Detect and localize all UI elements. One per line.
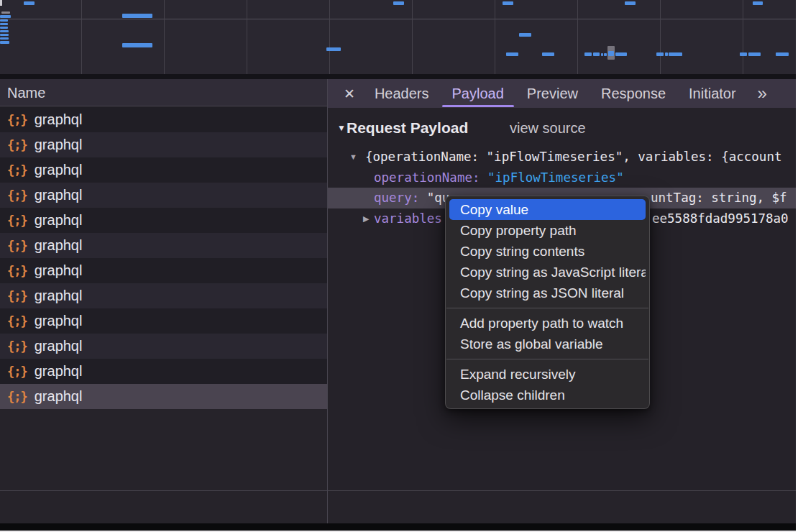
request-timing-bar (615, 52, 627, 56)
request-name: graphql (35, 137, 83, 153)
request-timing-bar (0, 41, 9, 44)
request-row[interactable]: {;}graphql (0, 334, 327, 359)
json-braces-icon: {;} (7, 138, 27, 152)
request-name: graphql (35, 162, 83, 178)
overview-corner-tick (0, 0, 2, 6)
triangle-down-icon[interactable]: ▼ (349, 147, 357, 168)
menu-separator (446, 359, 648, 359)
request-payload-title: Request Payload (347, 117, 468, 139)
overview-gridline (329, 0, 330, 74)
request-name: graphql (35, 262, 83, 279)
request-timing-bar (122, 43, 152, 47)
tab-payload[interactable]: Payload (452, 79, 504, 108)
json-braces-icon: {;} (7, 239, 27, 253)
overview-gridline (0, 19, 798, 19)
property-key: operationName: (374, 170, 487, 185)
json-braces-icon: {;} (7, 289, 27, 303)
request-timing-bar (542, 52, 554, 56)
request-name: graphql (35, 388, 83, 405)
request-timing-bar (669, 52, 682, 56)
request-timing-bar (776, 52, 789, 56)
menu-item-copy-value[interactable]: Copy value (449, 199, 646, 220)
property-value-tail: untTag: string, $f (651, 188, 787, 208)
request-timing-bar (753, 1, 763, 5)
payload-root-row[interactable]: ▼ {operationName: "ipFlowTimeseries", va… (328, 147, 798, 168)
request-timing-bar (0, 34, 9, 36)
triangle-right-icon[interactable]: ▶ (363, 208, 369, 229)
overview-gridline (81, 0, 82, 74)
request-name: graphql (35, 288, 83, 304)
panel-divider[interactable] (327, 79, 328, 523)
request-timing-bar (608, 51, 614, 56)
request-timing-bar (326, 47, 341, 51)
request-timing-bar (601, 53, 603, 56)
property-value: "ipFlowTimeseries" (487, 170, 624, 185)
request-row[interactable]: {;}graphql (0, 384, 327, 409)
menu-separator (446, 308, 648, 308)
section-collapse-triangle-icon[interactable]: ▼ (337, 117, 346, 139)
json-braces-icon: {;} (7, 214, 27, 228)
operation-name-row[interactable]: operationName: "ipFlowTimeseries" (328, 168, 798, 188)
request-row[interactable]: {;}graphql (0, 233, 327, 258)
network-summary-bar (0, 490, 798, 523)
details-tab-bar: ✕ HeadersPayloadPreviewResponseInitiator… (328, 79, 798, 108)
request-timing-bar (0, 23, 8, 25)
payload-preview-text: {operationName: "ipFlowTimeseries", vari… (365, 147, 781, 168)
json-braces-icon: {;} (7, 364, 27, 379)
request-timing-bar (748, 52, 761, 56)
menu-item-store-as-global-variable[interactable]: Store as global variable (449, 334, 646, 354)
request-row[interactable]: {;}graphql (0, 107, 327, 132)
window-bottom-edge (0, 523, 798, 531)
menu-item-copy-string-as-json-literal[interactable]: Copy string as JSON literal (449, 283, 646, 303)
menu-item-copy-property-path[interactable]: Copy property path (449, 220, 646, 241)
request-timing-bar (625, 1, 636, 5)
request-row[interactable]: {;}graphql (0, 183, 327, 208)
request-timing-bar (519, 33, 531, 37)
tab-headers[interactable]: Headers (375, 79, 429, 108)
request-timing-bar (0, 30, 9, 32)
request-row[interactable]: {;}graphql (0, 132, 327, 157)
network-overview-timeline[interactable] (0, 0, 798, 74)
overflow-tabs-icon[interactable]: » (758, 86, 767, 101)
json-braces-icon: {;} (7, 264, 27, 278)
json-braces-icon: {;} (7, 314, 27, 329)
request-name: graphql (35, 363, 83, 380)
request-list: {;}graphql{;}graphql{;}graphql{;}graphql… (0, 107, 327, 490)
property-key: variables (374, 208, 442, 229)
request-row[interactable]: {;}graphql (0, 283, 327, 308)
menu-item-copy-string-contents[interactable]: Copy string contents (449, 241, 646, 262)
overview-gridline (412, 0, 413, 74)
request-timing-bar (506, 52, 518, 56)
json-braces-icon: {;} (7, 163, 27, 178)
request-timing-bar (0, 19, 8, 22)
request-row[interactable]: {;}graphql (0, 359, 327, 384)
menu-item-collapse-children[interactable]: Collapse children (449, 385, 646, 405)
close-icon[interactable]: ✕ (344, 86, 355, 102)
json-braces-icon: {;} (7, 188, 27, 203)
overview-separator-band (0, 74, 798, 79)
request-row[interactable]: {;}graphql (0, 258, 327, 283)
json-braces-icon: {;} (7, 113, 27, 127)
menu-item-add-property-path-to-watch[interactable]: Add property path to watch (449, 313, 646, 334)
overview-gridline (164, 0, 165, 74)
json-braces-icon: {;} (7, 390, 27, 404)
menu-item-copy-string-as-javascript-literal[interactable]: Copy string as JavaScript literal (449, 262, 646, 283)
name-column-header[interactable]: Name (0, 79, 327, 106)
request-timing-bar (665, 52, 668, 56)
request-row[interactable]: {;}graphql (0, 308, 327, 334)
request-name: graphql (35, 111, 83, 128)
request-row[interactable]: {;}graphql (0, 157, 327, 183)
request-timing-bar (122, 14, 152, 18)
property-key: query: (374, 191, 427, 205)
view-source-link[interactable]: view source (510, 117, 586, 139)
tab-response[interactable]: Response (601, 79, 666, 108)
menu-item-expand-recursively[interactable]: Expand recursively (449, 364, 646, 385)
request-name: graphql (35, 187, 83, 203)
request-timing-bar (503, 1, 513, 5)
tab-preview[interactable]: Preview (527, 79, 578, 108)
request-timing-bar (584, 52, 592, 56)
overview-gridline (743, 0, 743, 74)
request-row[interactable]: {;}graphql (0, 208, 327, 233)
tab-initiator[interactable]: Initiator (689, 79, 736, 108)
tab-strip: HeadersPayloadPreviewResponseInitiator (375, 79, 736, 108)
